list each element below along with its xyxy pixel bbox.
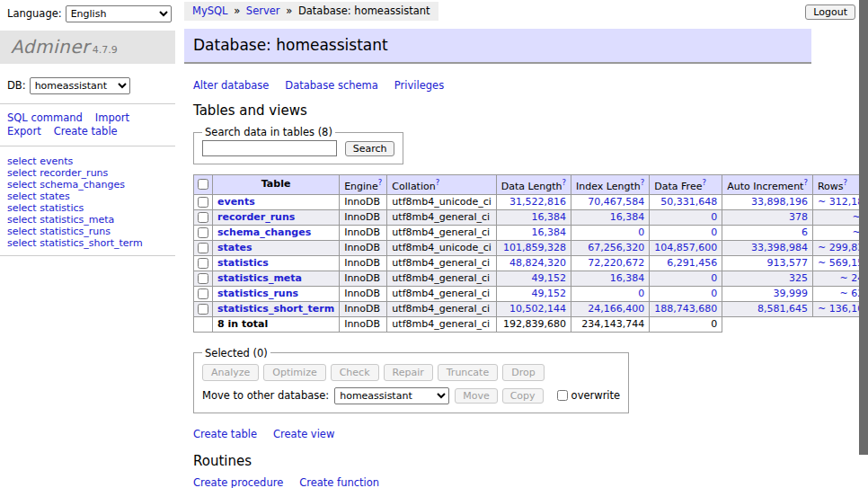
data-length-link[interactable]: 16,384: [532, 211, 567, 223]
optimize-button[interactable]: Optimize: [263, 364, 325, 381]
help-link-collation[interactable]: ?: [436, 178, 440, 187]
scrollbar-thumb[interactable]: [859, 0, 868, 455]
database-schema-link[interactable]: Database schema: [285, 79, 377, 92]
data-length-link[interactable]: 31,522,816: [509, 196, 566, 208]
sidebar-table-link-statistics-runs[interactable]: statistics_runs: [40, 226, 111, 237]
select-link-statistics-short-term[interactable]: select: [7, 237, 37, 249]
row-checkbox-recorder-runs[interactable]: [198, 212, 208, 223]
table-link-statistics-runs[interactable]: statistics_runs: [217, 288, 298, 299]
data-free-link[interactable]: 6,291,456: [667, 257, 717, 269]
create-view-link[interactable]: Create view: [273, 428, 334, 440]
data-length-link[interactable]: 101,859,328: [503, 242, 566, 253]
data-free-link[interactable]: 0: [711, 272, 717, 284]
index-length-link[interactable]: 24,166,400: [588, 303, 644, 315]
auto-increment-link[interactable]: 39,999: [773, 288, 808, 299]
select-all-checkbox[interactable]: [198, 179, 208, 190]
move-button[interactable]: Move: [455, 388, 498, 404]
data-free-link[interactable]: 0: [711, 226, 717, 238]
data-free-link[interactable]: 0: [711, 211, 717, 223]
row-checkbox-statistics[interactable]: [198, 258, 208, 269]
data-length-link[interactable]: 49,152: [532, 288, 567, 299]
select-link-events[interactable]: select: [7, 155, 37, 167]
auto-increment-link[interactable]: 913,577: [766, 257, 808, 269]
select-link-recorder-runs[interactable]: select: [7, 167, 37, 179]
select-link-statistics-meta[interactable]: select: [7, 214, 37, 226]
auto-increment-link[interactable]: 325: [789, 272, 808, 284]
sidebar-table-link-statistics-meta[interactable]: statistics_meta: [40, 214, 114, 226]
table-link-recorder-runs[interactable]: recorder_runs: [217, 211, 295, 223]
help-link-auto-increment[interactable]: ?: [803, 178, 808, 187]
help-link-index-length[interactable]: ?: [641, 178, 645, 187]
search-input[interactable]: [202, 140, 337, 156]
auto-increment-link[interactable]: 8,581,645: [757, 303, 808, 315]
scrollbar-track[interactable]: [859, 0, 868, 488]
copy-button[interactable]: Copy: [502, 388, 544, 404]
data-free-link[interactable]: 0: [711, 288, 717, 299]
move-db-select[interactable]: homeassistant: [334, 387, 449, 404]
create-function-link[interactable]: Create function: [299, 476, 379, 488]
db-select[interactable]: homeassistant: [30, 77, 130, 94]
index-length-link[interactable]: 72,220,672: [588, 257, 644, 269]
analyze-button[interactable]: Analyze: [202, 364, 259, 381]
table-link-statistics[interactable]: statistics: [217, 257, 269, 269]
index-length-link[interactable]: 70,467,584: [588, 196, 644, 208]
help-link-data-length[interactable]: ?: [562, 178, 567, 187]
data-length-link[interactable]: 48,824,320: [509, 257, 566, 269]
table-link-states[interactable]: states: [217, 242, 252, 253]
drop-button[interactable]: Drop: [502, 364, 544, 381]
data-free-link[interactable]: 50,331,648: [660, 196, 717, 208]
overwrite-checkbox[interactable]: [557, 390, 568, 401]
sidebar-table-link-events[interactable]: events: [40, 155, 73, 167]
select-link-states[interactable]: select: [7, 191, 37, 202]
breadcrumb-mysql-link[interactable]: MySQL: [192, 4, 228, 17]
sidebar-action-sql-command[interactable]: SQL command: [7, 112, 83, 124]
help-link-rows[interactable]: ?: [844, 178, 848, 187]
sidebar-action-import[interactable]: Import: [95, 112, 129, 124]
logout-button[interactable]: Logout: [805, 4, 855, 20]
sidebar-table-link-schema-changes[interactable]: schema_changes: [40, 179, 125, 191]
repair-button[interactable]: Repair: [384, 364, 433, 381]
row-checkbox-statistics-runs[interactable]: [198, 288, 208, 299]
sidebar-table-link-statistics[interactable]: statistics: [40, 202, 84, 214]
auto-increment-link[interactable]: 33,398,984: [751, 242, 808, 253]
select-link-schema-changes[interactable]: select: [7, 179, 37, 191]
truncate-button[interactable]: Truncate: [438, 364, 498, 381]
auto-increment-link[interactable]: 6: [802, 226, 808, 238]
row-checkbox-schema-changes[interactable]: [198, 227, 208, 238]
help-link-engine[interactable]: ?: [378, 178, 383, 187]
auto-increment-link[interactable]: 33,898,196: [751, 196, 808, 208]
data-length-link[interactable]: 16,384: [532, 226, 567, 238]
table-link-events[interactable]: events: [217, 196, 255, 208]
create-procedure-link[interactable]: Create procedure: [193, 476, 283, 488]
table-link-schema-changes[interactable]: schema_changes: [217, 226, 311, 238]
index-length-link[interactable]: 16,384: [610, 211, 645, 223]
data-free-link[interactable]: 188,743,680: [654, 303, 717, 315]
language-select[interactable]: English: [66, 5, 172, 22]
data-length-link[interactable]: 10,502,144: [509, 303, 566, 315]
sidebar-table-link-states[interactable]: states: [40, 191, 70, 202]
sidebar-table-link-recorder-runs[interactable]: recorder_runs: [40, 167, 108, 179]
privileges-link[interactable]: Privileges: [394, 79, 444, 92]
sidebar-table-link-statistics-short-term[interactable]: statistics_short_term: [40, 237, 142, 249]
select-link-statistics-runs[interactable]: select: [7, 226, 37, 237]
breadcrumb-server-link[interactable]: Server: [246, 4, 280, 17]
index-length-link[interactable]: 67,256,320: [588, 242, 644, 253]
help-link-data-free[interactable]: ?: [702, 178, 706, 187]
sidebar-action-export[interactable]: Export: [7, 126, 41, 138]
auto-increment-link[interactable]: 378: [789, 211, 808, 223]
data-free-link[interactable]: 104,857,600: [654, 242, 717, 253]
alter-database-link[interactable]: Alter database: [193, 79, 269, 92]
create-table-link[interactable]: Create table: [193, 428, 257, 440]
sidebar-action-create-table[interactable]: Create table: [54, 126, 118, 138]
row-checkbox-states[interactable]: [198, 243, 208, 253]
table-link-statistics-meta[interactable]: statistics_meta: [217, 272, 302, 284]
index-length-link[interactable]: 0: [638, 288, 644, 299]
index-length-link[interactable]: 0: [638, 226, 644, 238]
row-checkbox-statistics-short-term[interactable]: [198, 304, 208, 315]
data-length-link[interactable]: 49,152: [532, 272, 567, 284]
row-checkbox-statistics-meta[interactable]: [198, 273, 208, 284]
table-link-statistics-short-term[interactable]: statistics_short_term: [217, 303, 334, 315]
check-button[interactable]: Check: [331, 364, 379, 381]
row-checkbox-events[interactable]: [198, 197, 208, 208]
index-length-link[interactable]: 16,384: [610, 272, 645, 284]
